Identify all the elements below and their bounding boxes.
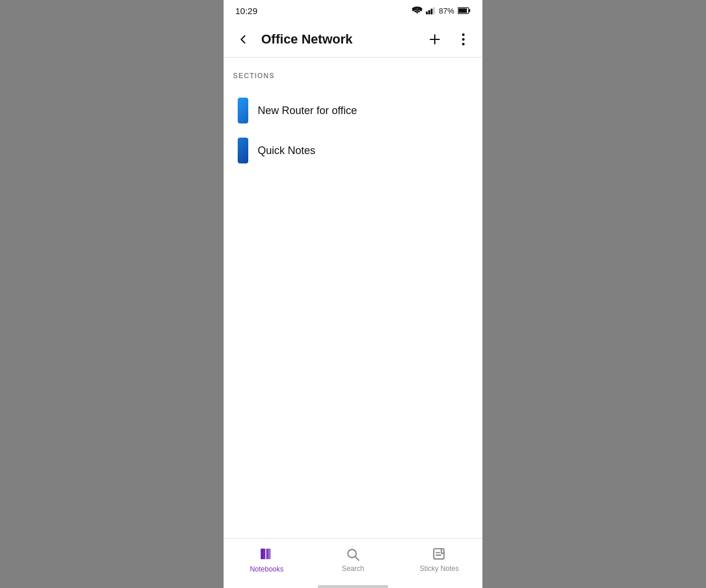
svg-rect-3 [433, 7, 435, 14]
wifi-icon [412, 6, 422, 15]
app-bar-actions [424, 28, 474, 51]
svg-point-9 [462, 33, 464, 35]
nav-label-search: Search [342, 564, 364, 573]
battery-icon [458, 7, 471, 14]
back-button[interactable] [232, 28, 254, 51]
svg-rect-6 [458, 8, 467, 13]
status-time: 10:29 [235, 6, 258, 16]
content-area: SECTIONS New Router for office Quick Not… [224, 58, 482, 538]
signal-icon [426, 6, 435, 15]
section-name-new-router: New Router for office [258, 105, 357, 117]
status-icons: 87% [412, 6, 471, 15]
notebooks-icon [258, 546, 275, 563]
svg-rect-5 [469, 9, 470, 12]
svg-point-11 [462, 42, 464, 45]
sticky-notes-icon [432, 547, 447, 562]
section-icon-quick-notes [238, 138, 248, 163]
phone-frame: 10:29 87% [224, 0, 482, 588]
svg-rect-0 [426, 12, 428, 15]
svg-rect-2 [431, 9, 432, 15]
add-button[interactable] [424, 28, 446, 51]
svg-line-17 [355, 556, 359, 560]
svg-rect-15 [267, 549, 268, 559]
search-icon [345, 547, 361, 562]
app-bar: Office Network [224, 21, 482, 58]
section-name-quick-notes: Quick Notes [258, 145, 315, 157]
more-options-button[interactable] [452, 28, 474, 51]
nav-label-notebooks: Notebooks [250, 565, 284, 573]
nav-item-sticky-notes[interactable]: Sticky Notes [396, 547, 482, 573]
nav-item-notebooks[interactable]: Notebooks [224, 546, 310, 573]
section-icon-new-router [238, 98, 248, 123]
status-bar: 10:29 87% [224, 0, 482, 21]
section-item-new-router[interactable]: New Router for office [233, 91, 473, 131]
svg-rect-14 [262, 549, 263, 559]
nav-item-search[interactable]: Search [310, 547, 397, 573]
section-item-quick-notes[interactable]: Quick Notes [233, 131, 473, 171]
svg-point-10 [462, 38, 464, 40]
bottom-nav: Notebooks Search Sticky Notes [224, 538, 482, 585]
app-bar-title: Office Network [261, 32, 417, 47]
sections-label: SECTIONS [233, 72, 473, 80]
svg-rect-1 [428, 10, 430, 14]
battery-label: 87% [439, 6, 454, 15]
nav-label-sticky-notes: Sticky Notes [419, 564, 459, 573]
bottom-home-indicator [318, 585, 388, 588]
